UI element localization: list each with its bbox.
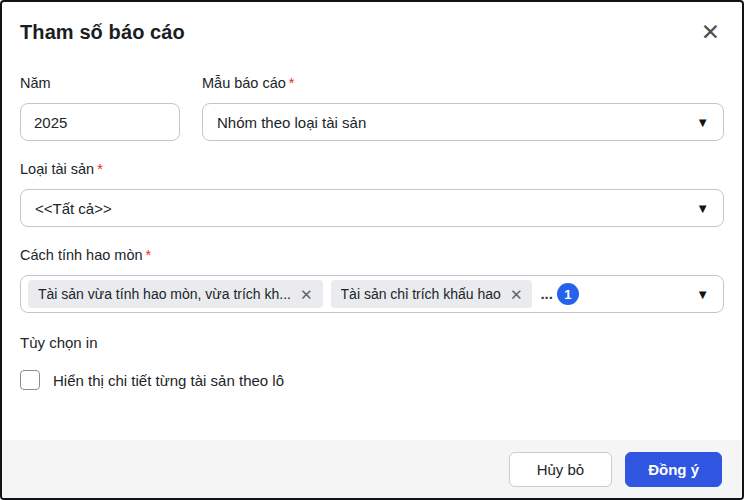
required-mark: * <box>289 75 295 91</box>
year-input[interactable] <box>20 103 180 141</box>
row-year-template: Năm Mẫu báo cáo* Nhóm theo loại tài sản … <box>20 75 724 141</box>
overflow-ellipsis: ... <box>540 289 553 299</box>
show-detail-checkbox-row[interactable]: Hiển thị chi tiết từng tài sản theo lô <box>20 370 724 390</box>
required-mark: * <box>146 247 152 263</box>
chevron-down-icon: ▼ <box>696 288 709 301</box>
dialog-header: Tham số báo cáo ✕ <box>2 2 742 44</box>
checkbox-label: Hiển thị chi tiết từng tài sản theo lô <box>53 372 284 389</box>
overflow-count-badge[interactable]: 1 <box>557 283 579 305</box>
report-template-select[interactable]: Nhóm theo loại tài sản ▼ <box>202 103 724 141</box>
chevron-down-icon: ▼ <box>696 202 709 215</box>
remove-tag-icon[interactable]: ✕ <box>510 287 523 302</box>
dialog-body: Năm Mẫu báo cáo* Nhóm theo loại tài sản … <box>2 44 742 440</box>
report-template-label: Mẫu báo cáo* <box>202 75 724 91</box>
checkbox[interactable] <box>20 370 40 390</box>
chevron-down-icon: ▼ <box>696 116 709 129</box>
asset-type-value: <<Tất cả>> <box>35 200 686 217</box>
close-icon[interactable]: ✕ <box>699 21 722 44</box>
required-mark: * <box>97 161 103 177</box>
year-field-group: Năm <box>20 75 180 141</box>
remove-tag-icon[interactable]: ✕ <box>300 287 313 302</box>
dialog-footer: Hủy bỏ Đồng ý <box>2 440 742 498</box>
asset-type-label: Loại tài sản* <box>20 161 724 177</box>
asset-type-select[interactable]: <<Tất cả>> ▼ <box>20 189 724 227</box>
selected-tag: Tài sản chỉ trích khấu hao ✕ <box>331 280 533 308</box>
ok-button[interactable]: Đồng ý <box>625 452 722 487</box>
depreciation-method-multiselect[interactable]: Tài sản vừa tính hao mòn, vừa trích kh..… <box>20 275 724 313</box>
report-template-field-group: Mẫu báo cáo* Nhóm theo loại tài sản ▼ <box>202 75 724 141</box>
selected-tag: Tài sản vừa tính hao mòn, vừa trích kh..… <box>28 280 323 308</box>
asset-type-field-group: Loại tài sản* <<Tất cả>> ▼ <box>20 161 724 227</box>
depreciation-method-label: Cách tính hao mòn* <box>20 247 724 263</box>
print-options-label: Tùy chọn in <box>20 334 724 351</box>
depreciation-method-field-group: Cách tính hao mòn* Tài sản vừa tính hao … <box>20 247 724 313</box>
report-template-value: Nhóm theo loại tài sản <box>217 114 686 131</box>
tag-label: Tài sản vừa tính hao mòn, vừa trích kh..… <box>38 286 291 302</box>
cancel-button[interactable]: Hủy bỏ <box>509 452 613 487</box>
tag-label: Tài sản chỉ trích khấu hao <box>341 286 501 302</box>
report-parameters-dialog: Tham số báo cáo ✕ Năm Mẫu báo cáo* Nhóm … <box>0 0 744 500</box>
dialog-title: Tham số báo cáo <box>20 21 185 44</box>
overflow-indicator: ... 1 <box>540 283 579 305</box>
year-label: Năm <box>20 75 180 91</box>
